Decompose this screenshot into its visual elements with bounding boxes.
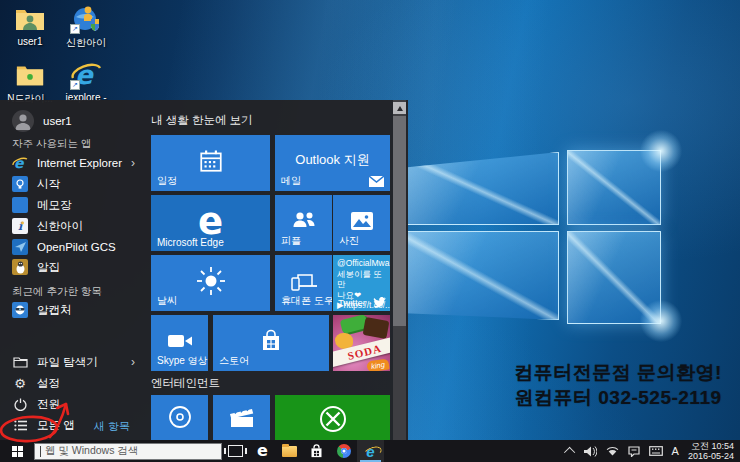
folder-icon — [14, 60, 46, 90]
action-center-icon[interactable] — [628, 446, 640, 457]
start-button[interactable] — [0, 440, 34, 462]
tile-phone-companion[interactable]: 휴대폰 도우미 — [275, 255, 332, 311]
taskbar-search-input[interactable]: 웹 및 Windows 검색 — [34, 443, 222, 460]
menu-item-alzip[interactable]: 알집 — [0, 257, 145, 277]
store-bag-icon — [259, 329, 283, 353]
mail-live-text: Outlook 지원 — [275, 151, 390, 169]
alzip-penguin-icon — [12, 259, 28, 275]
tile-twitter[interactable]: @OfficialMwa... 세봉이를 또만 나요❤ ▶https://t.c… — [333, 255, 390, 311]
globe-shield-icon: ↗ — [70, 4, 102, 34]
store-bag-icon — [309, 444, 324, 459]
menu-item-label: Internet Explorer — [37, 157, 122, 169]
taskbar-clock[interactable]: 오전 10:54 2016-05-24 — [688, 441, 734, 461]
tile-label: 메일 — [281, 174, 301, 188]
menu-item-internet-explorer[interactable]: e Internet Explorer › — [0, 153, 145, 173]
tiles-scrollbar[interactable] — [393, 100, 406, 440]
tile-photos[interactable]: 사진 — [333, 195, 390, 251]
menu-item-label: 파일 탐색기 — [37, 355, 98, 370]
logo-glow-bottom — [638, 298, 684, 344]
desktop-icon-shinhan-i[interactable]: ↗ 신한아이 — [60, 4, 112, 58]
tile-store[interactable]: 스토어 — [213, 315, 329, 371]
people-icon — [291, 211, 317, 231]
menu-item-shinhan-i[interactable]: i 신한아이 — [0, 216, 145, 236]
tweet-line: 세봉이를 또만 — [337, 269, 386, 290]
user-folder-icon — [14, 4, 46, 34]
menu-item-label: 시작 — [37, 177, 60, 192]
menu-item-file-explorer[interactable]: 파일 탐색기 › — [0, 352, 145, 372]
internet-explorer-icon: e ↗ — [70, 60, 102, 90]
taskbar: 웹 및 Windows 검색 e e A 오전 10:54 — [0, 440, 740, 462]
taskbar-chrome-button[interactable] — [330, 440, 357, 462]
start-menu: user1 자주 사용되는 앱 e Internet Explorer › 시작… — [0, 100, 408, 440]
screen: 컴퓨터전문점 문의환영! 원컴퓨터 032-525-2119 user1 — [0, 0, 740, 462]
taskbar-internet-explorer-button[interactable]: e — [357, 440, 384, 462]
new-items-link[interactable]: 새 항목 — [94, 419, 130, 434]
file-explorer-icon — [12, 354, 28, 370]
scrollbar-thumb[interactable] — [393, 116, 406, 326]
chevron-right-icon[interactable]: › — [131, 355, 135, 369]
phone-laptop-icon — [290, 271, 318, 291]
menu-item-label: 알캡처 — [37, 303, 72, 318]
wifi-icon[interactable] — [606, 446, 619, 456]
menu-item-sijak[interactable]: 시작 — [0, 174, 145, 194]
chocolate-candy-icon — [363, 317, 390, 339]
tile-label: Twitter — [338, 298, 366, 309]
start-menu-user[interactable]: user1 — [0, 108, 145, 134]
tile-group1-header: 내 생활 한눈에 보기 — [151, 113, 253, 128]
power-icon — [12, 396, 28, 412]
king-logo: king — [367, 359, 390, 371]
taskbar-file-explorer-button[interactable] — [276, 440, 303, 462]
folder-icon — [282, 446, 297, 457]
taskbar-edge-button[interactable]: e — [249, 440, 276, 462]
gear-icon: ⚙ — [12, 375, 28, 391]
menu-item-settings[interactable]: ⚙ 설정 — [0, 373, 145, 393]
taskbar-store-button[interactable] — [303, 440, 330, 462]
video-camera-icon — [167, 333, 193, 349]
desktop-icon-user1[interactable]: user1 — [4, 4, 56, 58]
menu-item-notepad[interactable]: 메모장 — [0, 195, 145, 215]
ime-indicator[interactable]: A — [672, 445, 679, 457]
get-started-icon — [12, 176, 28, 192]
menu-item-alcapture[interactable]: 알캡처 — [0, 300, 145, 320]
volume-icon[interactable] — [584, 446, 597, 457]
most-used-header: 자주 사용되는 앱 — [12, 137, 91, 151]
music-disc-icon — [167, 404, 193, 430]
keyboard-icon[interactable] — [649, 446, 663, 456]
tile-people[interactable]: 피플 — [275, 195, 332, 251]
clock-time: 오전 10:54 — [688, 441, 734, 451]
menu-item-openpilot-gcs[interactable]: OpenPilot GCS — [0, 237, 145, 257]
twitter-bird-icon — [373, 297, 386, 308]
tile-label: 스토어 — [219, 354, 249, 368]
tile-weather[interactable]: 날씨 — [151, 255, 270, 311]
tile-xbox[interactable] — [275, 395, 390, 440]
desktop-icon-label: 신한아이 — [66, 36, 106, 50]
sun-icon — [196, 266, 226, 296]
tile-mail[interactable]: Outlook 지원 메일 — [275, 135, 390, 191]
chevron-right-icon[interactable]: › — [131, 156, 135, 170]
task-view-button[interactable] — [222, 440, 249, 462]
desktop-icon-label: user1 — [17, 36, 42, 47]
task-view-icon — [228, 445, 243, 457]
edge-icon: e — [257, 443, 268, 459]
alcapture-icon — [12, 302, 28, 318]
tweet-line: @OfficialMwa... — [337, 258, 386, 269]
shortcut-arrow-icon: ↗ — [70, 24, 80, 34]
show-hidden-icons-chevron[interactable] — [564, 447, 575, 458]
tile-microsoft-edge[interactable]: e Microsoft Edge — [151, 195, 270, 251]
user-avatar-icon — [12, 110, 34, 132]
tile-skype-video[interactable]: Skype 영상 — [151, 315, 208, 371]
menu-item-power[interactable]: 전원 — [0, 394, 145, 414]
scrollbar-up-arrow[interactable] — [393, 102, 406, 114]
user-name: user1 — [43, 115, 72, 127]
openpilot-icon — [12, 239, 28, 255]
tile-groove-music[interactable] — [151, 395, 208, 440]
tile-label: Skype 영상 — [157, 354, 208, 368]
notepad-icon — [12, 197, 28, 213]
internet-explorer-icon: e — [366, 444, 374, 459]
calendar-icon — [198, 148, 224, 174]
tile-candy-crush-soda[interactable]: SODA king — [333, 315, 390, 371]
tile-movies-tv[interactable] — [213, 395, 270, 440]
ad-line-1: 컴퓨터전문점 문의환영! — [498, 360, 738, 385]
tile-group2-header: 엔터테인먼트 — [151, 376, 220, 391]
tile-calendar[interactable]: 일정 — [151, 135, 270, 191]
